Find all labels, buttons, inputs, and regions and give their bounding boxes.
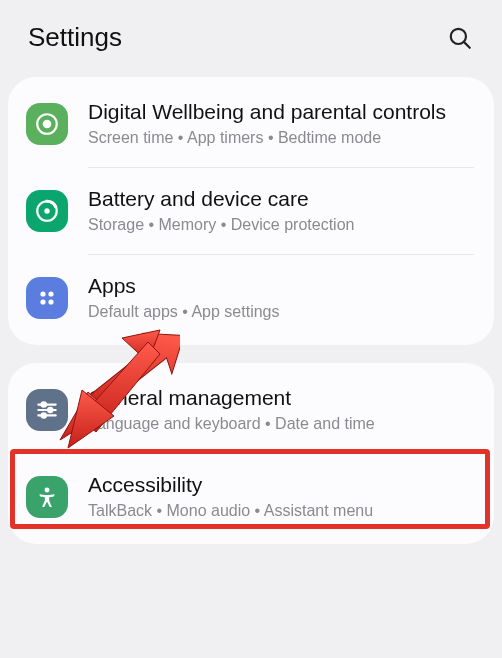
item-text: Accessibility TalkBack • Mono audio • As… bbox=[88, 472, 474, 522]
item-title: General management bbox=[88, 385, 474, 411]
settings-item-general-management[interactable]: General management Language and keyboard… bbox=[8, 367, 494, 453]
battery-care-icon bbox=[26, 190, 68, 232]
header: Settings bbox=[0, 0, 502, 77]
page-title: Settings bbox=[28, 22, 122, 53]
settings-group-2: General management Language and keyboard… bbox=[8, 363, 494, 544]
general-management-icon bbox=[26, 389, 68, 431]
item-text: Digital Wellbeing and parental controls … bbox=[88, 99, 474, 149]
item-text: Apps Default apps • App settings bbox=[88, 273, 474, 323]
svg-point-9 bbox=[48, 300, 53, 305]
digital-wellbeing-icon bbox=[26, 103, 68, 145]
item-title: Apps bbox=[88, 273, 474, 299]
settings-item-accessibility[interactable]: Accessibility TalkBack • Mono audio • As… bbox=[8, 454, 494, 540]
item-text: General management Language and keyboard… bbox=[88, 385, 474, 435]
item-subtitle: Language and keyboard • Date and time bbox=[88, 414, 474, 435]
svg-point-13 bbox=[42, 403, 46, 407]
settings-group-1: Digital Wellbeing and parental controls … bbox=[8, 77, 494, 345]
item-subtitle: TalkBack • Mono audio • Assistant menu bbox=[88, 501, 474, 522]
item-subtitle: Screen time • App timers • Bedtime mode bbox=[88, 128, 474, 149]
accessibility-icon bbox=[26, 476, 68, 518]
apps-icon bbox=[26, 277, 68, 319]
item-title: Battery and device care bbox=[88, 186, 474, 212]
svg-point-14 bbox=[48, 408, 52, 412]
item-text: Battery and device care Storage • Memory… bbox=[88, 186, 474, 236]
settings-item-battery-device-care[interactable]: Battery and device care Storage • Memory… bbox=[8, 168, 494, 254]
settings-item-digital-wellbeing[interactable]: Digital Wellbeing and parental controls … bbox=[8, 81, 494, 167]
svg-point-7 bbox=[48, 292, 53, 297]
svg-point-6 bbox=[40, 292, 45, 297]
settings-item-apps[interactable]: Apps Default apps • App settings bbox=[8, 255, 494, 341]
svg-point-8 bbox=[40, 300, 45, 305]
item-subtitle: Default apps • App settings bbox=[88, 302, 474, 323]
search-icon bbox=[447, 25, 473, 51]
svg-point-16 bbox=[45, 488, 50, 493]
svg-point-5 bbox=[44, 208, 49, 213]
search-button[interactable] bbox=[446, 24, 474, 52]
svg-point-3 bbox=[43, 120, 52, 129]
item-title: Digital Wellbeing and parental controls bbox=[88, 99, 474, 125]
item-title: Accessibility bbox=[88, 472, 474, 498]
item-subtitle: Storage • Memory • Device protection bbox=[88, 215, 474, 236]
svg-point-15 bbox=[42, 413, 46, 417]
svg-line-1 bbox=[464, 42, 470, 48]
